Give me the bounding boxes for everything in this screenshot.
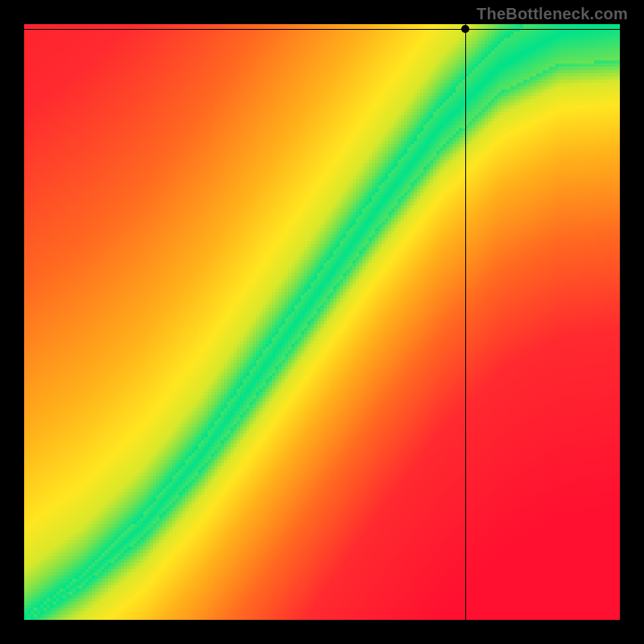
crosshair-vertical	[465, 24, 466, 620]
plot-area	[24, 24, 620, 620]
selection-marker[interactable]	[461, 25, 469, 33]
heatmap-canvas	[24, 24, 620, 620]
crosshair-horizontal	[24, 29, 620, 30]
watermark-text: TheBottleneck.com	[477, 5, 628, 23]
chart-container: TheBottleneck.com	[0, 0, 644, 644]
